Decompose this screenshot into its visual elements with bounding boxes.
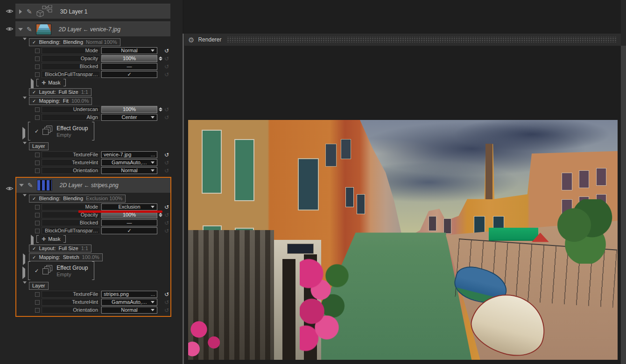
reset-icon[interactable]: ↺ [164, 48, 169, 54]
property-checkbox[interactable] [35, 56, 40, 61]
expander-icon[interactable] [23, 196, 27, 205]
reset-icon[interactable]: ↺ [164, 64, 169, 70]
reset-icon[interactable]: ↺ [164, 56, 169, 62]
section-header-box[interactable]: ✓Layout:Full Size1:1 [29, 88, 91, 96]
spinner-up-icon[interactable] [159, 107, 162, 109]
browse-button[interactable]: ... [151, 152, 155, 158]
property-value-mode[interactable]: Normal [101, 47, 157, 54]
reset-icon[interactable]: ↺ [164, 160, 169, 166]
spinner-down-icon[interactable] [159, 215, 162, 217]
expander-icon[interactable] [23, 284, 27, 292]
visibility-eye-icon[interactable] [6, 26, 14, 32]
renderer-header[interactable]: ⚙ Renderer [184, 34, 621, 46]
value-spinner[interactable] [159, 56, 162, 61]
property-checkbox[interactable] [35, 292, 40, 297]
reset-icon[interactable]: ↺ [164, 204, 169, 210]
section-header-box[interactable]: ✓Mapping:Fit100.0% [29, 97, 92, 105]
layer-row-stripes[interactable]: ✎ 2D Layer ← stripes.png [16, 178, 170, 193]
section-header-box[interactable]: ✓Layout:Full Size1:1 [29, 245, 91, 252]
reset-icon[interactable]: ↺ [164, 168, 169, 174]
property-value-underscan[interactable]: 100% [101, 106, 157, 113]
property-checkbox[interactable] [35, 168, 40, 173]
property-checkbox[interactable] [35, 107, 40, 112]
scrollbar-track[interactable] [621, 0, 626, 364]
expander-icon[interactable] [18, 9, 23, 14]
spinner-up-icon[interactable] [159, 213, 162, 215]
property-label: TextureFile [42, 291, 100, 298]
value-spinner[interactable] [159, 213, 162, 217]
property-value-opacity[interactable]: 100% [101, 55, 157, 62]
section-header-full-size: ✓Layout:Full Size1:1 [29, 88, 183, 95]
section-header-box[interactable]: ✓Blending:BlendingNormal 100% [29, 38, 120, 46]
browse-button[interactable]: ... [151, 291, 155, 297]
property-value-blocked[interactable]: — [101, 219, 157, 226]
reset-icon[interactable]: ↺ [164, 212, 169, 218]
property-value-texturefile[interactable]: venice-7.jpg... [101, 151, 157, 158]
edit-pencil-icon[interactable]: ✎ [27, 8, 32, 15]
window [202, 130, 222, 194]
property-checkbox[interactable] [35, 300, 40, 305]
value-text: venice-7.jpg [104, 152, 131, 157]
reset-icon[interactable]: ↺ [164, 107, 169, 112]
property-row-blockonfulltranspar: BlockOnFullTranspar…✓↺ [35, 71, 183, 78]
property-checkbox[interactable] [35, 221, 40, 225]
property-value-texturefile[interactable]: stripes.png... [101, 291, 157, 298]
reset-icon[interactable]: ↺ [164, 115, 169, 120]
property-value-blocked[interactable]: — [101, 63, 157, 70]
edit-pencil-icon[interactable]: ✎ [27, 26, 32, 33]
property-value-orientation[interactable]: Normal [101, 307, 157, 314]
section-header-box[interactable]: ✓Mapping:Stretch100.0% [29, 253, 103, 261]
section-header-box[interactable]: Layer [29, 142, 49, 150]
edit-pencil-icon[interactable]: ✎ [28, 182, 33, 189]
visibility-eye-icon[interactable] [6, 8, 14, 14]
value-spinner[interactable] [159, 107, 162, 112]
property-checkbox[interactable] [35, 153, 40, 157]
property-value-blockonfulltranspar[interactable]: ✓ [101, 227, 157, 234]
property-checkbox[interactable] [35, 229, 40, 233]
expander-icon[interactable] [22, 129, 25, 138]
scrollbar-thumb[interactable] [621, 46, 626, 364]
property-checkbox[interactable] [35, 72, 40, 77]
property-checkbox[interactable] [35, 115, 40, 120]
effect-group-block[interactable]: ✓Effect GroupEmpty [28, 122, 183, 140]
section-header-box[interactable]: ✓Blending:BlendingExclusion 100% [29, 195, 126, 203]
reset-icon[interactable]: ↺ [164, 228, 169, 234]
expander-icon[interactable] [23, 40, 27, 49]
property-value-align[interactable]: Center [101, 114, 157, 121]
mask-row[interactable]: ✚Mask [36, 79, 183, 86]
reset-icon[interactable]: ↺ [164, 220, 169, 226]
expander-icon[interactable] [23, 255, 25, 264]
section-header-box[interactable]: Layer [29, 282, 49, 290]
expander-icon[interactable] [23, 144, 27, 153]
property-value-mode[interactable]: Exclusion [101, 203, 157, 210]
expander-icon[interactable] [22, 269, 25, 277]
property-checkbox[interactable] [35, 205, 40, 210]
checkmark-icon: ✓ [32, 245, 36, 252]
property-value-orientation[interactable]: Normal [101, 167, 157, 174]
mask-row[interactable]: ✚Mask [36, 235, 170, 243]
layer-row-venice[interactable]: ✎ 2D Layer ← venice-7.jpg [15, 21, 170, 36]
layer-row-3d-layer[interactable]: ✎ 3D Layer 1 [15, 4, 170, 19]
property-checkbox[interactable] [35, 308, 40, 313]
visibility-eye-icon[interactable] [6, 186, 14, 191]
reset-icon[interactable]: ↺ [164, 300, 169, 305]
property-checkbox[interactable] [35, 64, 40, 69]
expander-icon[interactable] [18, 28, 23, 31]
property-value-texturehint[interactable]: GammaAuto,… [101, 299, 157, 306]
expander-icon[interactable] [23, 99, 27, 107]
effect-group-block[interactable]: ✓Effect GroupEmpty [28, 261, 170, 280]
reset-icon[interactable]: ↺ [164, 72, 169, 77]
value-text: ✓ [127, 71, 131, 77]
spinner-down-icon[interactable] [159, 110, 162, 112]
reset-icon[interactable]: ↺ [164, 292, 169, 297]
reset-icon[interactable]: ↺ [164, 152, 169, 158]
reset-icon[interactable]: ↺ [164, 308, 169, 313]
expander-icon[interactable] [19, 184, 24, 187]
property-checkbox[interactable] [35, 49, 40, 53]
property-value-texturehint[interactable]: GammaAuto,… [101, 159, 157, 166]
property-checkbox[interactable] [35, 213, 40, 217]
spinner-up-icon[interactable] [159, 56, 162, 58]
property-value-blockonfulltranspar[interactable]: ✓ [101, 71, 157, 78]
spinner-down-icon[interactable] [159, 59, 162, 61]
property-checkbox[interactable] [35, 161, 40, 165]
